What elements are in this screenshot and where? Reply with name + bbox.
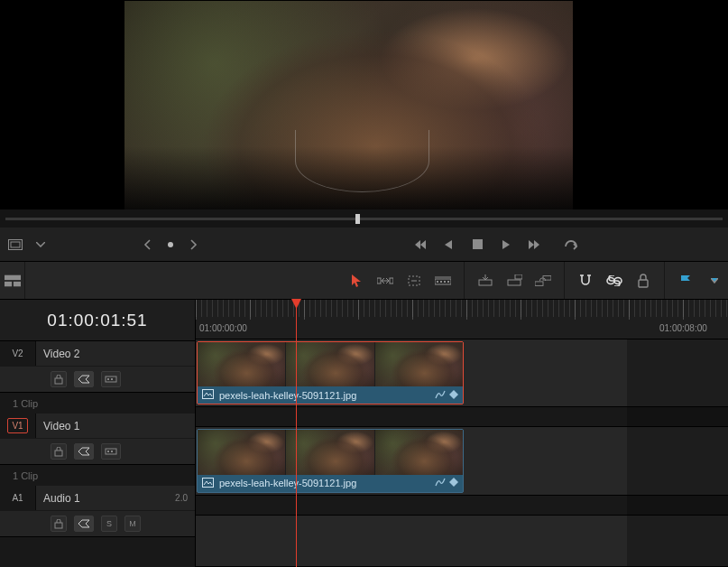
clip-v2-thumb — [198, 342, 286, 386]
track-lock-v1-button[interactable] — [51, 443, 67, 460]
track-lock-v2-button[interactable] — [51, 371, 67, 387]
track-header-a1[interactable]: A1 Audio 1 2.0 S M — [0, 486, 195, 537]
dynamic-trim-tool-button[interactable] — [406, 273, 422, 289]
svg-rect-32 — [203, 390, 214, 399]
svg-point-20 — [607, 277, 614, 284]
go-start-button[interactable] — [411, 237, 428, 253]
timeline-view-options-button[interactable] — [5, 273, 21, 289]
track-header-column: 01:00:01:51 V2 Video 2 1 Clip — [0, 300, 196, 567]
clip-v1-thumb — [198, 430, 286, 474]
transport-bar — [0, 228, 728, 262]
svg-rect-31 — [55, 523, 62, 528]
svg-rect-24 — [106, 376, 116, 382]
stop-button[interactable] — [469, 237, 485, 253]
track-badge-a1[interactable]: A1 — [7, 490, 27, 506]
track-auto-select-v2-button[interactable] — [74, 371, 94, 387]
crop-safe-area-button[interactable] — [7, 237, 23, 253]
trim-bar — [0, 209, 728, 228]
svg-rect-16 — [508, 280, 521, 285]
track-header-v2[interactable]: V2 Video 2 — [0, 341, 195, 393]
viewer-preview-image[interactable] — [124, 1, 573, 209]
svg-rect-1 — [11, 242, 20, 247]
track-lane-v1[interactable]: pexels-leah-kelley-5091121.jpg — [196, 427, 728, 495]
clip-v2-thumb — [375, 342, 463, 386]
trim-track[interactable] — [5, 218, 723, 220]
clip-keyframe-icon[interactable] — [449, 478, 458, 488]
svg-rect-7 — [377, 278, 381, 284]
track-header-v1[interactable]: V1 Video 1 — [0, 414, 195, 465]
track-name-a1[interactable]: Audio 1 — [43, 492, 175, 505]
crop-dropdown-button[interactable] — [32, 237, 49, 253]
marker-flag-button[interactable] — [677, 273, 694, 289]
pager-prev-button[interactable] — [139, 237, 155, 253]
link-tool-group — [568, 273, 660, 289]
svg-rect-19 — [543, 275, 551, 280]
link-button[interactable] — [606, 273, 622, 289]
marker-group — [668, 273, 728, 289]
svg-point-2 — [168, 242, 173, 247]
svg-rect-23 — [55, 378, 62, 384]
clip-v2-thumb — [286, 342, 374, 386]
svg-rect-12 — [440, 281, 442, 283]
timeline-ruler[interactable]: 01:00:00:00 01:00:08:00 — [196, 300, 728, 339]
svg-rect-22 — [639, 280, 648, 287]
svg-rect-26 — [111, 378, 113, 380]
track-solo-a1-button[interactable]: S — [101, 516, 117, 532]
track-name-v1[interactable]: Video 1 — [43, 420, 188, 432]
timecode-text: 01:00:01:51 — [47, 311, 147, 330]
svg-rect-18 — [535, 281, 543, 285]
track-name-v2[interactable]: Video 2 — [43, 348, 188, 360]
svg-rect-28 — [106, 449, 116, 454]
svg-rect-11 — [437, 281, 438, 283]
svg-rect-10 — [435, 279, 451, 284]
trim-handle[interactable] — [355, 214, 360, 224]
ruler-tc-a: 01:00:00:00 — [199, 323, 247, 333]
track-badge-v2[interactable]: V2 — [7, 346, 27, 361]
clip-keyframe-icon[interactable] — [449, 390, 458, 401]
playhead[interactable] — [296, 300, 297, 567]
ruler-tc-b: 01:00:08:00 — [659, 323, 707, 333]
track-lane-a1[interactable] — [196, 516, 728, 567]
position-lock-button[interactable] — [635, 273, 651, 289]
svg-rect-14 — [447, 281, 449, 283]
play-reverse-button[interactable] — [440, 237, 456, 253]
insert-clip-button[interactable] — [477, 273, 493, 289]
track-visible-v2-button[interactable] — [101, 371, 121, 387]
play-button[interactable] — [498, 237, 514, 253]
track-mute-a1-button[interactable]: M — [124, 516, 141, 532]
clip-v1-name: pexels-leah-kelley-5091121.jpg — [219, 478, 429, 488]
go-end-button[interactable] — [527, 237, 543, 253]
track-lane-v2[interactable]: pexels-leah-kelley-5091121.jpg — [196, 339, 728, 407]
trim-tool-button[interactable] — [377, 273, 393, 289]
track-lane-gap-v2 — [196, 407, 728, 427]
clip-retime-icon[interactable] — [435, 478, 446, 488]
svg-rect-17 — [515, 274, 522, 279]
track-auto-select-v1-button[interactable] — [74, 443, 94, 460]
overwrite-clip-button[interactable] — [506, 273, 522, 289]
pager-dot — [162, 237, 179, 253]
pager-next-button[interactable] — [186, 237, 202, 253]
track-visible-v1-button[interactable] — [101, 443, 121, 460]
clip-type-icon — [202, 478, 214, 489]
tracks-area[interactable]: 01:00:00:00 01:00:08:00 pexels-leah-kell… — [196, 300, 728, 567]
transport-controls — [411, 237, 579, 253]
track-badge-v1[interactable]: V1 — [7, 418, 27, 433]
marker-dropdown-button[interactable] — [706, 273, 723, 289]
loop-button[interactable] — [563, 237, 579, 253]
svg-rect-8 — [390, 278, 393, 284]
replace-clip-button[interactable] — [535, 273, 551, 289]
track-lock-a1-button[interactable] — [51, 516, 67, 532]
timeline-panel: 01:00:01:51 V2 Video 2 1 Clip — [0, 300, 728, 567]
clip-retime-icon[interactable] — [435, 390, 446, 401]
snap-button[interactable] — [577, 273, 594, 289]
selection-tool-button[interactable] — [348, 273, 364, 289]
track-auto-select-a1-button[interactable] — [74, 516, 94, 532]
blade-tool-button[interactable] — [435, 273, 451, 289]
svg-rect-25 — [107, 378, 109, 380]
svg-rect-4 — [5, 274, 21, 279]
clip-v2[interactable]: pexels-leah-kelley-5091121.jpg — [197, 341, 464, 404]
svg-rect-5 — [5, 281, 12, 285]
svg-rect-0 — [9, 239, 23, 249]
clip-v1[interactable]: pexels-leah-kelley-5091121.jpg — [197, 429, 464, 492]
svg-rect-30 — [111, 451, 113, 452]
